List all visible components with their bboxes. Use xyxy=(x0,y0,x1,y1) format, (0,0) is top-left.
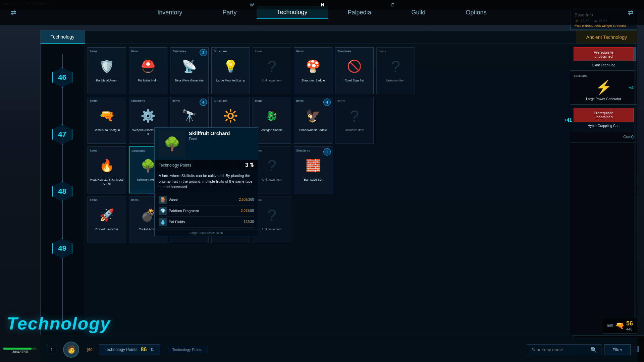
tech-card-pal-metal-helm[interactable]: Items ⛑️ Pal Metal Helm xyxy=(129,47,167,94)
card-category: Items xyxy=(296,99,304,103)
level-column: 46 47 48 49 xyxy=(41,44,84,335)
card-icon: 🔥 xyxy=(95,154,119,177)
search-icon[interactable]: 🔍 xyxy=(590,347,597,353)
prereq-button-1[interactable]: Prerequisiteunobtained xyxy=(574,47,634,61)
card-badge: 3 xyxy=(200,49,207,56)
card-icon: ? xyxy=(343,104,366,128)
tech-card-road-sign-set[interactable]: Structures 🚫 Road Sign Set xyxy=(335,47,374,94)
tech-points-label: Technology Points xyxy=(159,163,191,168)
tech-points-bar: Technology Points 86 ⇅ xyxy=(99,344,160,355)
panel-header: Technology Ancient Technology xyxy=(41,31,637,44)
alt-recipe: Large-Scale Stone Oven xyxy=(155,230,258,236)
paldium-name: Paldium Fragment xyxy=(169,209,241,213)
tech-card-astegon-saddle[interactable]: Items 🐉 Astegon Saddle xyxy=(253,97,291,144)
level-badge-49: 49 xyxy=(52,238,72,258)
card-name: Large Mounted Lamp xyxy=(216,79,245,83)
card-category: Items xyxy=(90,149,97,152)
tech-card-beta-wave-gen[interactable]: Structures 📡 Beta Wave Generator 3 xyxy=(170,47,209,94)
tech-card-shadowbeak-saddle[interactable]: Items 🦅 Shadowbeak Saddle 4 xyxy=(294,97,332,144)
card-badge: 4 xyxy=(323,99,331,106)
card-name: Pal Metal Armor xyxy=(96,79,117,83)
tech-card-unknown-2[interactable]: Items ? Unknown Item xyxy=(376,47,415,94)
card-icon: ⛑️ xyxy=(137,55,160,78)
card-icon: 🔫 xyxy=(95,104,119,128)
hp-bar-fill xyxy=(3,348,32,350)
material-pal-fluids: 💧 Pal Fluids 122/30 xyxy=(159,217,254,228)
card-icon: 🚫 xyxy=(343,55,366,78)
card-category: Items xyxy=(131,198,139,202)
tech-card-unknown-1[interactable]: Items ? Unknown Item xyxy=(253,47,291,94)
card-name: Rocket Launcher xyxy=(95,228,118,232)
gun-label: Gun xyxy=(574,135,634,139)
tech-card-pal-metal-armor[interactable]: Items 🛡️ Pal Metal Armor xyxy=(88,47,126,94)
tooltip-popup: 🌳 Skillfruit Orchard Food Technology Poi… xyxy=(154,127,258,236)
card-name: Unknown Item xyxy=(262,178,282,182)
wood-icon: 🪵 xyxy=(159,196,167,204)
tab-guild[interactable]: Guild xyxy=(391,6,446,19)
nav-arrow-left[interactable]: ⇄ xyxy=(0,8,27,16)
card-name: Shadowbeak Saddle xyxy=(299,128,327,132)
level-badge-47: 47 xyxy=(52,124,72,144)
card-category: Items xyxy=(255,99,262,103)
card-icon: ? xyxy=(384,55,408,78)
card-icon: 🐉 xyxy=(260,104,284,128)
tooltip-tech-points: Technology Points 3 ⇅ xyxy=(155,160,258,170)
tech-card-large-lamp[interactable]: Structures 💡 Large Mounted Lamp xyxy=(211,47,250,94)
card-icon: ? xyxy=(260,154,284,177)
tech-points-val: 86 xyxy=(141,347,147,353)
card-icon: 💡 xyxy=(219,55,243,78)
game-title: Technology xyxy=(0,313,111,334)
main-panel: Technology Ancient Technology 46 47 48 4… xyxy=(40,30,637,335)
wood-count: 2,509/200 xyxy=(239,198,254,201)
tech-pts-arrow: ⇅ xyxy=(150,347,154,352)
tech-row-46: Items 🛡️ Pal Metal Armor Items ⛑️ Pal Me… xyxy=(88,47,567,94)
card-category: Structures xyxy=(214,50,227,53)
wood-name: Wood xyxy=(169,198,239,202)
prereq-button-2[interactable]: Prerequisiteunobtained xyxy=(574,108,634,122)
tech-card-unknown-6[interactable]: Items ? Unknown Item xyxy=(253,146,291,193)
tab-technology[interactable]: Technology xyxy=(257,6,327,19)
card-category: Items xyxy=(172,99,180,103)
tech-card-unknown-9[interactable]: Items ? Unknown Item xyxy=(253,196,291,243)
right-panel: Prerequisiteunobtained Giant Feed Bag St… xyxy=(570,44,637,335)
right-item-large-power: Large Power Generator xyxy=(574,97,634,101)
tab-inventory[interactable]: Inventory xyxy=(137,6,202,19)
floating-plus-41: +41 xyxy=(564,117,572,123)
weapon-icon: 🔫 xyxy=(615,321,624,330)
tab-palpedia[interactable]: Palpedia xyxy=(328,6,391,19)
search-input[interactable] xyxy=(531,347,588,352)
tooltip-description: A farm where Skillfuits can be cultivate… xyxy=(155,170,258,192)
tooltip-subtitle: Food xyxy=(189,137,254,141)
card-category: Structures xyxy=(131,99,145,103)
panel-tab-ancient[interactable]: Ancient Technology xyxy=(576,31,637,44)
card-name: Road Sign Set xyxy=(344,79,364,83)
plus-badge-gun: +0 xyxy=(629,134,634,139)
card-icon: 🦅 xyxy=(302,104,325,128)
weapon-level: 085 xyxy=(607,324,613,328)
card-badge: 4 xyxy=(200,99,207,106)
card-badge: 1 xyxy=(323,148,331,156)
paldium-icon: 💎 xyxy=(159,207,167,215)
tech-card-barricade-set[interactable]: Structures 🧱 Barricade Set 1 xyxy=(294,146,332,193)
material-wood: 🪵 Wood 2,509/200 xyxy=(159,194,254,205)
tooltip-materials: 🪵 Wood 2,509/200 💎 Paldium Fragment 2,07… xyxy=(155,192,258,230)
prereq-section-1: Prerequisiteunobtained Giant Feed Bag xyxy=(570,44,637,71)
right-item-2: Hyper Grappling Gun xyxy=(574,124,634,128)
tech-points-label-bottom: Technology Points xyxy=(105,347,137,352)
panel-tab-technology[interactable]: Technology xyxy=(41,31,85,44)
tech-card-heat-pal-armor[interactable]: Items 🔥 Heat Resistant Pal Metal Armor xyxy=(88,146,126,193)
tech-card-shroomer-saddle[interactable]: Items 🍄 Shroomer Saddle xyxy=(294,47,332,94)
card-name: Shroomer Saddle xyxy=(301,79,325,83)
card-category: Structures xyxy=(296,149,310,152)
tech-card-semi-auto-shotgun[interactable]: Items 🔫 Semi-Auto Shotgun xyxy=(88,97,126,144)
filter-button[interactable]: Filter xyxy=(604,344,631,355)
card-name: Barricade Set xyxy=(304,178,322,182)
tech-card-unknown-3[interactable]: Items ? Unknown Item xyxy=(335,97,374,144)
card-category: Items xyxy=(90,50,97,53)
tab-options[interactable]: Options xyxy=(446,6,507,19)
tab-party[interactable]: Party xyxy=(202,6,257,19)
tech-card-rocket-launcher[interactable]: Items 🚀 Rocket Launcher xyxy=(88,196,126,243)
level-display: [60 xyxy=(87,348,92,352)
nav-arrow-right[interactable]: ⇄ xyxy=(617,8,644,16)
card-name: Astegon Saddle xyxy=(261,128,283,132)
